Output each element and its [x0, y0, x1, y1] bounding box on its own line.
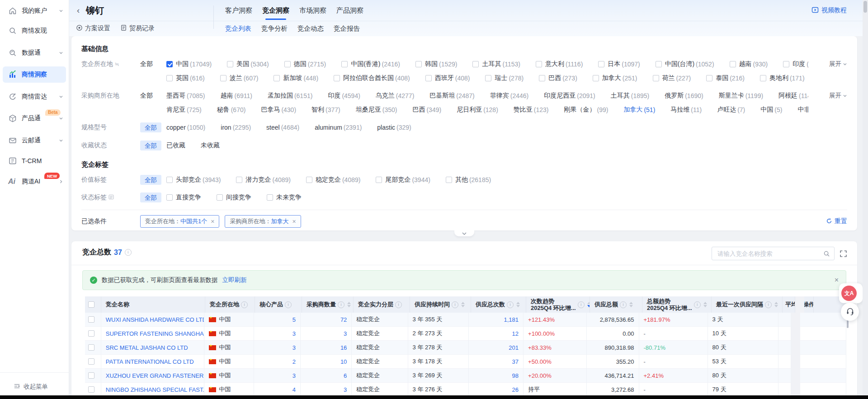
all-chip[interactable]: 全部 [140, 141, 161, 150]
core-products-count[interactable]: 4 [292, 386, 296, 393]
filter-option-稳定竞企[interactable]: 稳定竞企(4089) [306, 176, 360, 184]
sort-control[interactable] [703, 302, 707, 307]
subtab-竞争分析[interactable]: 竞争分析 [261, 24, 288, 33]
table-scroll-strip[interactable] [791, 327, 800, 341]
filter-option-印度尼西亚[interactable]: 印度尼西亚(2091) [544, 92, 595, 100]
sort-control[interactable] [774, 302, 778, 307]
filter-all-option[interactable]: 全部 [140, 92, 166, 100]
sidebar-item-home[interactable]: 我的账户 [3, 3, 66, 19]
filter-option-尼日利亚[interactable]: 尼日利亚(128) [457, 106, 498, 114]
filter-option-巴西[interactable]: 巴西(273) [539, 74, 577, 82]
filter-option-阿拉伯联合酋长国[interactable]: 阿拉伯联合酋长国(408) [334, 74, 410, 82]
info-icon[interactable]: i [694, 301, 701, 308]
condition-chip[interactable]: 竞企所在地：中国共1个× [140, 215, 219, 228]
filter-option-菲律宾[interactable]: 菲律宾(2446) [490, 92, 528, 100]
filter-option-中国[interactable]: 中国(17049) [166, 60, 212, 68]
checkbox-checked[interactable] [166, 61, 173, 67]
filter-option-间接竞争[interactable]: 间接竞争 [217, 193, 251, 202]
filter-option-意大利[interactable]: 意大利(1116) [536, 60, 583, 68]
info-icon[interactable]: i [507, 301, 514, 308]
tab-竞企洞察[interactable]: 竞企洞察 [262, 0, 289, 21]
toolbar-贸易记录[interactable]: 贸易记录 [120, 24, 155, 33]
filter-all-option[interactable]: 全部 [140, 60, 166, 68]
banner-close-icon[interactable]: × [835, 277, 839, 284]
checkbox[interactable] [539, 75, 545, 81]
filter-option-墨西哥[interactable]: 墨西哥(7085) [166, 92, 205, 100]
checkbox[interactable] [446, 177, 452, 183]
filter-option-越南[interactable]: 越南(930) [730, 60, 768, 68]
buyers-count[interactable]: 72 [340, 316, 347, 323]
filter-option-巴西[interactable]: 巴西(349) [412, 106, 441, 114]
tab-产品洞察[interactable]: 产品洞察 [336, 0, 363, 21]
refresh-now-link[interactable]: 立即刷新 [222, 276, 247, 284]
filter-option-steel[interactable]: steel(4684) [266, 124, 299, 131]
filter-all-option[interactable]: 全部 [140, 176, 166, 184]
filter-option-日本[interactable]: 日本(1097) [598, 60, 640, 68]
reset-button[interactable]: 重置 [826, 215, 847, 228]
checkbox[interactable] [706, 75, 712, 81]
checkbox[interactable] [598, 61, 604, 67]
filter-option-plastic[interactable]: plastic(329) [377, 124, 411, 131]
filter-option-卢旺达[interactable]: 卢旺达(7) [717, 106, 745, 114]
filter-option-西班牙[interactable]: 西班牙(408) [425, 74, 470, 82]
supply-times-value[interactable]: 201 [509, 344, 519, 351]
checkbox[interactable] [536, 61, 542, 67]
info-icon[interactable]: i [125, 249, 132, 256]
checkbox[interactable] [267, 194, 273, 201]
filter-option-巴拿马[interactable]: 巴拿马(430) [261, 106, 296, 114]
filter-option-阿根廷[interactable]: 阿根廷(1140) [778, 92, 808, 100]
condition-chip[interactable]: 采购商所在地：加拿大× [225, 215, 301, 228]
checkbox[interactable] [415, 61, 422, 67]
tab-市场洞察[interactable]: 市场洞察 [299, 0, 326, 21]
filter-option-已收藏[interactable]: 已收藏 [166, 141, 185, 150]
filter-option-英国[interactable]: 英国(616) [166, 74, 205, 82]
filter-option-波兰[interactable]: 波兰(607) [220, 74, 259, 82]
filter-option-奥地利[interactable]: 奥地利(171) [760, 74, 805, 82]
sidebar-item-chart[interactable]: 商情洞察 [3, 66, 66, 83]
filter-option-土耳其[interactable]: 土耳其(1153) [472, 60, 520, 68]
checkbox[interactable] [306, 177, 312, 183]
sidebar-item-search[interactable]: 商情发现 [3, 23, 66, 39]
chip-remove-icon[interactable]: × [292, 218, 296, 225]
filter-option-俄罗斯[interactable]: 俄罗斯(1690) [665, 92, 703, 100]
buyers-count[interactable]: 3 [344, 330, 347, 337]
checkbox[interactable] [166, 177, 173, 183]
checkbox[interactable] [485, 75, 491, 81]
checkbox[interactable] [760, 75, 766, 81]
collapse-menu-button[interactable]: 收起菜单 [14, 383, 48, 391]
filter-option-中国[interactable]: 中国(5) [760, 106, 782, 114]
checkbox[interactable] [341, 61, 348, 67]
subtab-竞企动态[interactable]: 竞企动态 [297, 24, 324, 33]
filter-option-中国(香港)[interactable]: 中国(香港)(2416) [341, 60, 400, 68]
filter-option-印度[interactable]: 印度(4594) [328, 92, 360, 100]
sidebar-item-mail[interactable]: 云邮通 [3, 132, 66, 149]
checkbox[interactable] [166, 194, 173, 201]
filter-option-iron[interactable]: iron(2295) [221, 124, 251, 131]
filter-option-乌克兰[interactable]: 乌克兰(4277) [376, 92, 414, 100]
sidebar-item-box[interactable]: 产品通Beta [3, 110, 66, 127]
company-name-link[interactable]: PATTA INTERNATIONAL CO LTD [106, 358, 194, 365]
filter-option-中国(台湾)[interactable]: 中国(台湾)(1052) [656, 60, 714, 68]
checkbox[interactable] [334, 75, 340, 81]
filter-option-瑞士[interactable]: 瑞士(278) [485, 74, 524, 82]
filter-option-刚果（金）[interactable]: 刚果（金）(99) [564, 106, 609, 114]
filter-option-韩国[interactable]: 韩国(1529) [415, 60, 457, 68]
checkbox[interactable] [593, 75, 599, 81]
filter-option-尾部竞企[interactable]: 尾部竞企(3944) [376, 176, 430, 184]
page-scrollbar-thumb[interactable] [863, 1, 867, 13]
checkbox[interactable] [220, 75, 226, 81]
checkbox[interactable] [227, 61, 233, 67]
core-products-count[interactable]: 3 [292, 344, 296, 351]
filter-option-aluminum[interactable]: aluminum(2391) [315, 124, 362, 131]
checkbox[interactable] [472, 61, 479, 67]
checkbox[interactable] [166, 75, 173, 81]
page-scrollbar[interactable] [863, 0, 868, 399]
filter-option-新加坡[interactable]: 新加坡(448) [274, 74, 318, 82]
table-scroll-strip[interactable] [791, 383, 800, 397]
expand-link[interactable]: 展开 [829, 57, 847, 71]
core-products-count[interactable]: 3 [292, 372, 296, 379]
sort-control[interactable] [461, 302, 465, 307]
filter-option-赞比亚[interactable]: 赞比亚(123) [514, 106, 549, 114]
filter-option-荷兰[interactable]: 荷兰(227) [653, 74, 691, 82]
toolbar-方案设置[interactable]: 方案设置 [76, 24, 110, 33]
